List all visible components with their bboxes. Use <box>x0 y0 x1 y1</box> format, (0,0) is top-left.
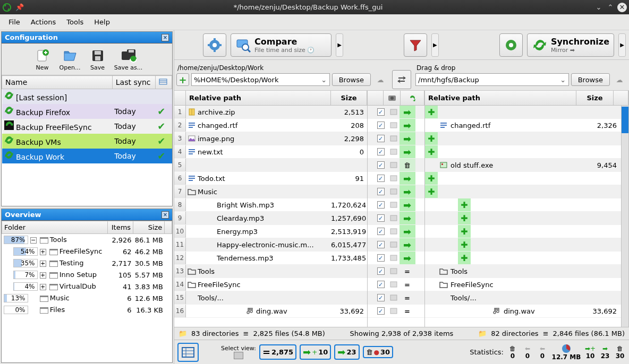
compare-button[interactable]: Compare File time and size 🕐 <box>231 33 332 57</box>
include-checkbox[interactable]: ✓ <box>377 267 385 275</box>
dropdown-icon[interactable]: ⌄ <box>320 76 328 84</box>
action-cell[interactable]: ✓➡ <box>368 238 424 252</box>
file-row[interactable]: 3image.png2,298 <box>174 132 367 145</box>
action-cell[interactable]: ✓🗑 <box>368 159 424 172</box>
file-row-right[interactable]: ✚ <box>425 172 621 185</box>
browse-right-button[interactable]: Browse <box>571 73 610 86</box>
include-checkbox[interactable]: ✓ <box>377 201 385 209</box>
saveas-button[interactable]: Save as... <box>112 46 145 73</box>
file-row-right[interactable]: Tools/... <box>425 291 621 305</box>
config-row[interactable]: Backup FreeFileSyncToday✔ <box>2 119 172 134</box>
include-checkbox[interactable]: ✓ <box>377 214 385 222</box>
action-cell[interactable]: ✓➡ <box>368 119 424 132</box>
file-row-right[interactable]: ✚ <box>425 238 621 252</box>
expander-icon[interactable]: + <box>40 261 46 267</box>
file-row-right[interactable]: ✚ <box>425 212 621 225</box>
close-button[interactable]: ✕ <box>617 3 627 12</box>
menu-file[interactable]: File <box>3 16 26 28</box>
file-row-right[interactable]: ✚ <box>425 198 621 212</box>
file-row[interactable]: 10Energy.mp32,513,919 <box>174 225 367 238</box>
file-row[interactable]: 4new.txt0 <box>174 145 367 159</box>
action-cell[interactable]: ✓= <box>368 305 424 318</box>
overview-close-icon[interactable]: × <box>162 211 169 219</box>
maximize-button[interactable]: ⌃ <box>606 3 615 12</box>
compare-dropdown[interactable]: ▶ <box>336 33 343 57</box>
cloud-right-icon[interactable]: ☁ <box>612 73 627 86</box>
left-size-header[interactable]: Size <box>331 91 367 105</box>
dropdown-icon[interactable]: ⌄ <box>559 76 567 84</box>
cloud-left-icon[interactable]: ☁ <box>373 73 388 86</box>
file-row[interactable]: 2changed.rtf208 <box>174 119 367 132</box>
action-cell[interactable]: ✓➡ <box>368 198 424 212</box>
action-cell[interactable]: ✓➡ <box>368 252 424 265</box>
view-update-button[interactable]: ➡ 23 <box>334 344 359 360</box>
include-checkbox[interactable]: ✓ <box>377 122 385 129</box>
swap-sides-button[interactable] <box>392 70 411 89</box>
config-row[interactable]: Backup FirefoxToday✔ <box>2 104 172 119</box>
overview-row[interactable]: 0% Files616.3 KB <box>2 304 172 316</box>
view-create-button[interactable]: ➡+ 10 <box>300 344 331 360</box>
include-checkbox[interactable]: ✓ <box>377 135 385 142</box>
file-row-right[interactable]: old stuff.exe9,454 <box>425 159 621 172</box>
action-cell[interactable]: ✓➡ <box>368 172 424 185</box>
col-name[interactable]: Name <box>2 76 113 89</box>
view-delete-button[interactable]: 🗑● 30 <box>363 346 394 358</box>
overview-row[interactable]: 4% + VirtualDub413.83 MB <box>2 281 172 292</box>
file-row-right[interactable]: ✚ <box>425 252 621 265</box>
action-cell[interactable]: ✓➡ <box>368 145 424 159</box>
sync-dropdown[interactable]: ▶ <box>618 33 626 57</box>
save-button[interactable]: Save <box>84 46 111 73</box>
action-cell[interactable]: ✓➡ <box>368 132 424 145</box>
include-checkbox[interactable]: ✓ <box>377 148 385 155</box>
file-row[interactable]: 5 <box>174 159 367 172</box>
file-row[interactable]: 11Happy-electronic-music.m...6,015,477 <box>174 238 367 252</box>
ov-col-size[interactable]: Size <box>133 221 165 234</box>
action-cell[interactable]: ✓= <box>368 278 424 291</box>
expander-icon[interactable]: + <box>40 284 46 290</box>
overview-row[interactable]: 7% + Inno Setup1055.57 MB <box>2 269 172 281</box>
synchronize-button[interactable]: Synchronize Mirror ➡ <box>527 33 614 57</box>
file-row-right[interactable]: ding.wav33,692 <box>425 305 621 318</box>
pin-icon[interactable]: 📌 <box>15 3 24 12</box>
file-row-right[interactable]: FreeFileSync <box>425 278 621 291</box>
menu-tools[interactable]: Tools <box>61 16 89 28</box>
action-header[interactable] <box>401 91 424 105</box>
add-pair-button[interactable]: + <box>176 73 189 86</box>
minimize-button[interactable]: ⌄ <box>594 3 604 12</box>
file-row[interactable]: 1archive.zip2,513 <box>174 106 367 119</box>
configuration-list[interactable]: Name Last sync [Last session] Backup Fir… <box>2 75 172 163</box>
browse-left-button[interactable]: Browse <box>332 73 371 86</box>
file-row[interactable]: 8Bright Wish.mp31,720,624 <box>174 198 367 212</box>
overview-row[interactable]: 13% Music612.6 MB <box>2 292 172 304</box>
left-relpath-header[interactable]: Relative path <box>186 91 331 105</box>
filter-dropdown[interactable]: ▶ <box>431 33 439 57</box>
file-row-right[interactable]: ✚ <box>425 106 621 119</box>
file-row[interactable]: 16ding.wav33,692 <box>174 305 367 318</box>
action-cell[interactable]: ✓➡ <box>368 212 424 225</box>
action-cell[interactable]: ✓= <box>368 265 424 278</box>
check-header[interactable] <box>368 91 384 105</box>
include-checkbox[interactable]: ✓ <box>377 241 385 248</box>
include-checkbox[interactable]: ✓ <box>377 228 385 235</box>
expander-icon[interactable]: − <box>30 237 37 244</box>
include-checkbox[interactable]: ✓ <box>377 161 385 169</box>
action-cell[interactable]: ✓➡ <box>368 106 424 119</box>
include-checkbox[interactable]: ✓ <box>377 281 385 288</box>
file-row[interactable]: 7Music <box>174 185 367 198</box>
category-header[interactable] <box>384 91 401 105</box>
include-checkbox[interactable]: ✓ <box>377 108 385 116</box>
file-row-right[interactable]: ✚ <box>425 145 621 159</box>
configuration-close-icon[interactable]: × <box>162 34 169 41</box>
file-row-right[interactable]: ✚ <box>425 132 621 145</box>
file-row-right[interactable]: Tools <box>425 265 621 278</box>
file-row-right[interactable]: changed.rtf2,326 <box>425 119 621 132</box>
file-row[interactable]: 6Todo.txt91 <box>174 172 367 185</box>
menu-actions[interactable]: Actions <box>26 16 62 28</box>
view-mode-button[interactable] <box>177 343 199 362</box>
config-row[interactable]: Backup VMsToday✔ <box>2 134 172 149</box>
file-row[interactable]: 9Clearday.mp31,257,690 <box>174 212 367 225</box>
file-row[interactable]: 13Tools <box>174 265 367 278</box>
overview-row[interactable]: 54% + FreeFileSync6246.2 MB <box>2 246 172 257</box>
file-row-right[interactable]: ✚ <box>425 185 621 198</box>
ov-col-folder[interactable]: Folder <box>2 221 108 234</box>
